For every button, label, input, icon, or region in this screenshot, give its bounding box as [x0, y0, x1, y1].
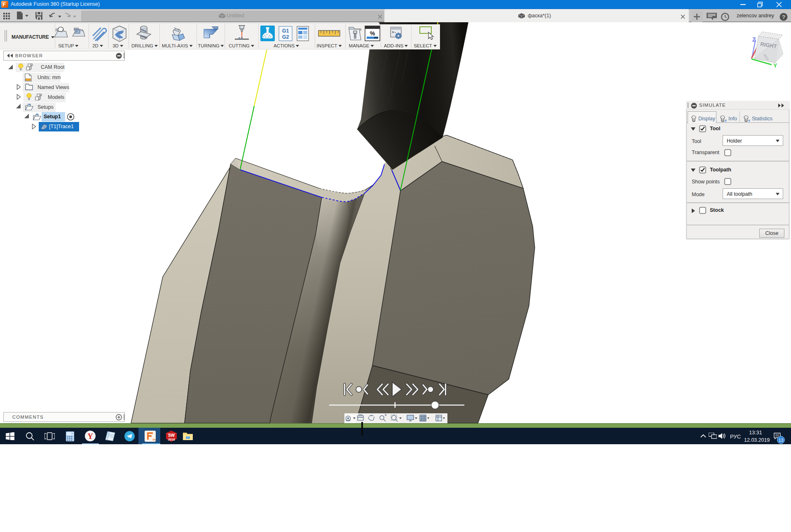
svg-text:SW: SW [168, 433, 175, 438]
svg-text:>-: >- [392, 30, 396, 35]
svg-text:360: 360 [152, 438, 156, 441]
svg-text:#: # [748, 119, 750, 122]
svg-text:Z: Z [752, 36, 756, 43]
svg-text:13: 13 [779, 438, 784, 443]
svg-text:%: % [370, 30, 375, 37]
svg-text:Y: Y [773, 62, 777, 69]
svg-text:G1: G1 [282, 28, 289, 34]
svg-text:?: ? [782, 14, 785, 20]
svg-text:Y: Y [87, 432, 93, 441]
svg-text:G2: G2 [282, 34, 289, 40]
svg-text:2018: 2018 [168, 438, 175, 441]
svg-text:#: # [725, 119, 727, 122]
